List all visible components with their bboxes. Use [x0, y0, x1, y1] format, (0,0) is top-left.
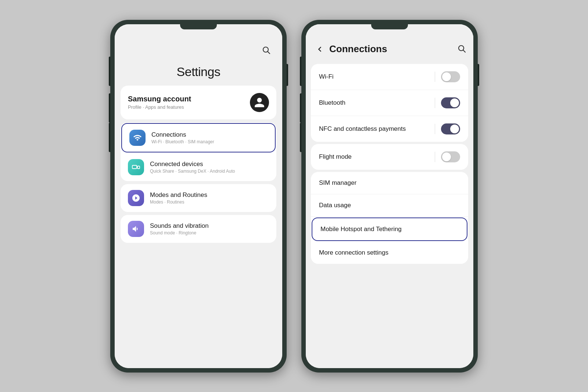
- menu-item-connections[interactable]: Connections Wi-Fi · Bluetooth · SIM mana…: [121, 123, 276, 152]
- account-name: Samsung account: [128, 95, 191, 103]
- search-icon: [262, 46, 270, 54]
- connections-sub: Wi-Fi · Bluetooth · SIM manager: [151, 139, 214, 144]
- back-icon: [316, 45, 324, 53]
- conn-search-button[interactable]: [457, 44, 466, 54]
- connections-icon-wrap: [129, 130, 146, 146]
- menu-section-2: Modes and Routines Modes · Routines: [121, 184, 276, 212]
- connections-screen-wrap: Connections Wi-Fi: [306, 24, 473, 368]
- svg-line-6: [463, 50, 466, 52]
- menu-section: Connections Wi-Fi · Bluetooth · SIM mana…: [121, 122, 276, 181]
- header-icons: [457, 44, 466, 54]
- connected-devices-sub: Quick Share · Samsung DeX · Android Auto: [150, 169, 235, 174]
- nfc-label: NFC and contactless payments: [319, 125, 406, 133]
- sounds-text: Sounds and vibration Sound mode · Ringto…: [150, 222, 209, 235]
- connected-devices-icon: [132, 163, 140, 172]
- flight-toggle-knob: [442, 152, 451, 161]
- conn-bluetooth[interactable]: Bluetooth: [311, 90, 468, 116]
- conn-group-top: Wi-Fi Bluetooth: [311, 64, 468, 142]
- sounds-title: Sounds and vibration: [150, 222, 209, 230]
- divider: [435, 98, 435, 108]
- divider: [435, 124, 435, 134]
- wifi-right: [435, 71, 460, 82]
- conn-more-settings[interactable]: More connection settings: [311, 242, 468, 264]
- svg-rect-2: [132, 165, 137, 169]
- menu-item-sounds[interactable]: Sounds and vibration Sound mode · Ringto…: [121, 215, 276, 243]
- settings-title: Settings: [115, 57, 282, 83]
- modes-title: Modes and Routines: [150, 191, 207, 199]
- settings-screen: Settings Samsung account Profile · Apps …: [115, 24, 282, 368]
- svg-line-1: [268, 51, 270, 54]
- wifi-label: Wi-Fi: [319, 73, 334, 80]
- connected-devices-icon-wrap: [128, 159, 144, 175]
- connected-devices-text: Connected devices Quick Share · Samsung …: [150, 161, 235, 174]
- nfc-toggle[interactable]: [441, 123, 460, 134]
- menu-item-connected-devices[interactable]: Connected devices Quick Share · Samsung …: [121, 153, 276, 181]
- phone-left: Settings Samsung account Profile · Apps …: [110, 20, 287, 373]
- flight-toggle[interactable]: [441, 151, 460, 162]
- nfc-toggle-knob: [450, 125, 459, 133]
- more-settings-label: More connection settings: [319, 249, 388, 256]
- nfc-right: [435, 123, 460, 134]
- divider: [435, 152, 435, 162]
- bluetooth-label: Bluetooth: [319, 99, 345, 107]
- flight-right: [435, 151, 460, 162]
- person-icon: [254, 97, 265, 108]
- account-sub: Profile · Apps and features: [128, 104, 191, 110]
- modes-icon: [132, 194, 140, 202]
- sounds-icon: [132, 224, 140, 233]
- menu-item-modes[interactable]: Modes and Routines Modes · Routines: [121, 184, 276, 212]
- flight-mode-label: Flight mode: [319, 153, 352, 161]
- phone-right: Connections Wi-Fi: [301, 20, 478, 373]
- conn-flight-mode[interactable]: Flight mode: [311, 144, 468, 170]
- connected-devices-title: Connected devices: [150, 161, 235, 168]
- back-button[interactable]: [313, 43, 326, 56]
- bluetooth-toggle[interactable]: [441, 97, 460, 108]
- conn-search-icon: [457, 44, 466, 53]
- svg-rect-3: [137, 166, 140, 169]
- modes-text: Modes and Routines Modes · Routines: [150, 191, 207, 205]
- conn-nfc[interactable]: NFC and contactless payments: [311, 116, 468, 142]
- connections-page-title: Connections: [329, 43, 387, 55]
- avatar: [250, 93, 269, 112]
- account-card[interactable]: Samsung account Profile · Apps and featu…: [121, 86, 276, 119]
- bluetooth-toggle-knob: [450, 98, 459, 107]
- connections-title: Connections: [151, 131, 214, 139]
- account-info: Samsung account Profile · Apps and featu…: [128, 95, 191, 110]
- wifi-toggle[interactable]: [441, 71, 460, 82]
- conn-mobile-hotspot[interactable]: Mobile Hotspot and Tethering: [312, 217, 467, 241]
- modes-sub: Modes · Routines: [150, 199, 207, 205]
- search-button[interactable]: [259, 43, 273, 57]
- data-usage-label: Data usage: [319, 202, 351, 209]
- divider: [435, 72, 435, 82]
- bluetooth-right: [435, 97, 460, 108]
- conn-data-usage[interactable]: Data usage: [311, 194, 468, 217]
- sim-manager-label: SIM manager: [319, 179, 356, 187]
- conn-wifi[interactable]: Wi-Fi: [311, 64, 468, 90]
- wifi-toggle-knob: [442, 72, 451, 81]
- mobile-hotspot-label: Mobile Hotspot and Tethering: [320, 226, 402, 233]
- conn-group-flight: Flight mode: [311, 144, 468, 170]
- connections-text: Connections Wi-Fi · Bluetooth · SIM mana…: [151, 131, 214, 144]
- sounds-icon-wrap: [128, 221, 144, 237]
- modes-icon-wrap: [128, 190, 144, 206]
- sounds-sub: Sound mode · Ringtone: [150, 230, 209, 235]
- wifi-icon: [133, 133, 142, 142]
- conn-sim-manager[interactable]: SIM manager: [311, 172, 468, 194]
- menu-section-3: Sounds and vibration Sound mode · Ringto…: [121, 215, 276, 243]
- conn-group-bottom: SIM manager Data usage Mobile Hotspot an…: [311, 172, 468, 264]
